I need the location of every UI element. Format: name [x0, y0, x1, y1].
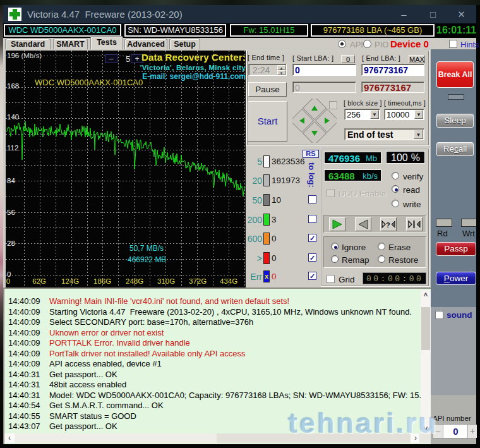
svg-text:?: ? [386, 221, 390, 229]
